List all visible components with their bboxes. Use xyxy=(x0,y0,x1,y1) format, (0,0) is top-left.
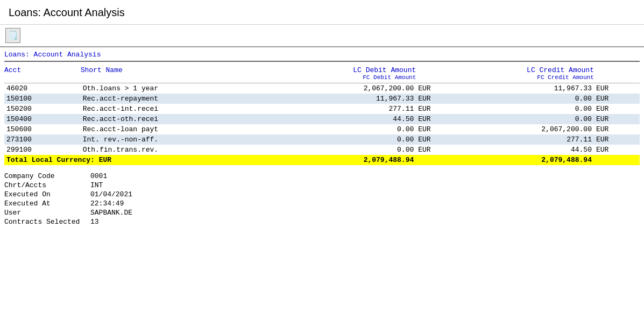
cell-currency2: EUR xyxy=(594,114,640,124)
footer-row: Contracts Selected 13 xyxy=(4,217,640,226)
table-row: 150600 Rec.acct-loan payt 0.00 EUR 2,067… xyxy=(4,124,640,134)
footer-label: Executed On xyxy=(4,190,90,198)
col-header-lc-credit: LC Credit Amount FC Credit Amount xyxy=(462,62,594,83)
footer-label: User xyxy=(4,209,90,217)
total-row: Total Local Currency: EUR 2,079,488.94 2… xyxy=(4,155,640,165)
footer-row: Company Code 0001 xyxy=(4,172,640,181)
cell-short-name: Rec.acct-int.recei xyxy=(81,104,284,114)
cell-currency1: EUR xyxy=(416,124,462,134)
cell-lc-credit: 0.00 xyxy=(462,114,594,124)
footer-label: Contracts Selected xyxy=(4,218,90,226)
footer-section: Company Code 0001 Chrt/Accts INT Execute… xyxy=(4,165,640,226)
cell-acct: 299100 xyxy=(4,145,81,155)
table-row: 150200 Rec.acct-int.recei 277.11 EUR 0.0… xyxy=(4,104,640,114)
cell-short-name: Rec.acct-repayment xyxy=(81,94,284,104)
footer-label: Executed At xyxy=(4,200,90,208)
cell-short-name: Int. rev.-non-aff. xyxy=(81,134,284,145)
cell-acct: 150200 xyxy=(4,104,81,114)
cell-lc-credit: 44.50 xyxy=(462,145,594,155)
main-table: Acct Short Name LC Debit Amount FC Debit… xyxy=(4,62,640,165)
footer-value: 0001 xyxy=(90,172,107,180)
footer-value: INT xyxy=(90,181,103,189)
toolbar: 🗒️ xyxy=(0,25,644,47)
footer-label: Company Code xyxy=(4,172,90,180)
table-row: 299100 Oth.fin.trans.rev. 0.00 EUR 44.50… xyxy=(4,145,640,155)
cell-short-name: Oth.fin.trans.rev. xyxy=(81,145,284,155)
col-header-lc-debit: LC Debit Amount FC Debit Amount xyxy=(284,62,416,83)
cell-acct: 150400 xyxy=(4,114,81,124)
table-area: Acct Short Name LC Debit Amount FC Debit… xyxy=(4,62,640,226)
cell-currency2: EUR xyxy=(594,104,640,114)
cell-lc-debit: 277.11 xyxy=(284,104,416,114)
cell-acct: 150100 xyxy=(4,94,81,104)
cell-currency2: EUR xyxy=(594,145,640,155)
col-header-acct: Acct xyxy=(4,62,81,83)
page-title: Loans: Account Analysis xyxy=(0,0,644,25)
table-row: 46020 Oth.loans > 1 year 2,067,200.00 EU… xyxy=(4,83,640,94)
cell-acct: 273100 xyxy=(4,134,81,145)
cell-currency1: EUR xyxy=(416,134,462,145)
cell-lc-credit: 0.00 xyxy=(462,104,594,114)
cell-lc-credit: 11,967.33 xyxy=(462,83,594,94)
table-row: 273100 Int. rev.-non-aff. 0.00 EUR 277.1… xyxy=(4,134,640,145)
total-lc-debit: 2,079,488.94 xyxy=(284,155,416,165)
cell-acct: 150600 xyxy=(4,124,81,134)
total-label: Total Local Currency: EUR xyxy=(4,155,284,165)
total-lc-credit: 2,079,488.94 xyxy=(462,155,594,165)
cell-lc-debit: 2,067,200.00 xyxy=(284,83,416,94)
cell-currency1: EUR xyxy=(416,94,462,104)
footer-value: 13 xyxy=(90,218,99,226)
cell-short-name: Rec.acct-loan payt xyxy=(81,124,284,134)
cell-lc-credit: 0.00 xyxy=(462,94,594,104)
footer-value: 22:34:49 xyxy=(90,200,124,208)
table-row: 150400 Rec.acct-oth.recei 44.50 EUR 0.00… xyxy=(4,114,640,124)
cell-lc-debit: 0.00 xyxy=(284,124,416,134)
table-header: Acct Short Name LC Debit Amount FC Debit… xyxy=(4,62,640,83)
cell-lc-credit: 277.11 xyxy=(462,134,594,145)
breadcrumb: Loans: Account Analysis xyxy=(4,47,640,62)
table-row: 150100 Rec.acct-repayment 11,967.33 EUR … xyxy=(4,94,640,104)
cell-currency1: EUR xyxy=(416,104,462,114)
footer-label: Chrt/Accts xyxy=(4,181,90,189)
report-icon: 🗒️ xyxy=(8,30,18,41)
cell-lc-debit: 0.00 xyxy=(284,134,416,145)
cell-currency1: EUR xyxy=(416,114,462,124)
cell-short-name: Oth.loans > 1 year xyxy=(81,83,284,94)
cell-acct: 46020 xyxy=(4,83,81,94)
footer-value: 01/04/2021 xyxy=(90,190,132,198)
cell-currency2: EUR xyxy=(594,134,640,145)
cell-currency1: EUR xyxy=(416,145,462,155)
footer-value: SAPBANK.DE xyxy=(90,209,132,217)
footer-row: Executed On 01/04/2021 xyxy=(4,190,640,199)
col-header-short-name: Short Name xyxy=(81,62,284,83)
footer-row: Chrt/Accts INT xyxy=(4,181,640,190)
footer-row: User SAPBANK.DE xyxy=(4,208,640,217)
table-body: 46020 Oth.loans > 1 year 2,067,200.00 EU… xyxy=(4,83,640,166)
cell-lc-debit: 44.50 xyxy=(284,114,416,124)
cell-currency2: EUR xyxy=(594,94,640,104)
cell-currency2: EUR xyxy=(594,124,640,134)
cell-currency2: EUR xyxy=(594,83,640,94)
cell-lc-credit: 2,067,200.00 xyxy=(462,124,594,134)
cell-lc-debit: 0.00 xyxy=(284,145,416,155)
cell-currency1: EUR xyxy=(416,83,462,94)
cell-short-name: Rec.acct-oth.recei xyxy=(81,114,284,124)
footer-row: Executed At 22:34:49 xyxy=(4,199,640,208)
cell-lc-debit: 11,967.33 xyxy=(284,94,416,104)
footer-items: Company Code 0001 Chrt/Accts INT Execute… xyxy=(4,172,640,226)
toolbar-icon[interactable]: 🗒️ xyxy=(5,28,20,43)
